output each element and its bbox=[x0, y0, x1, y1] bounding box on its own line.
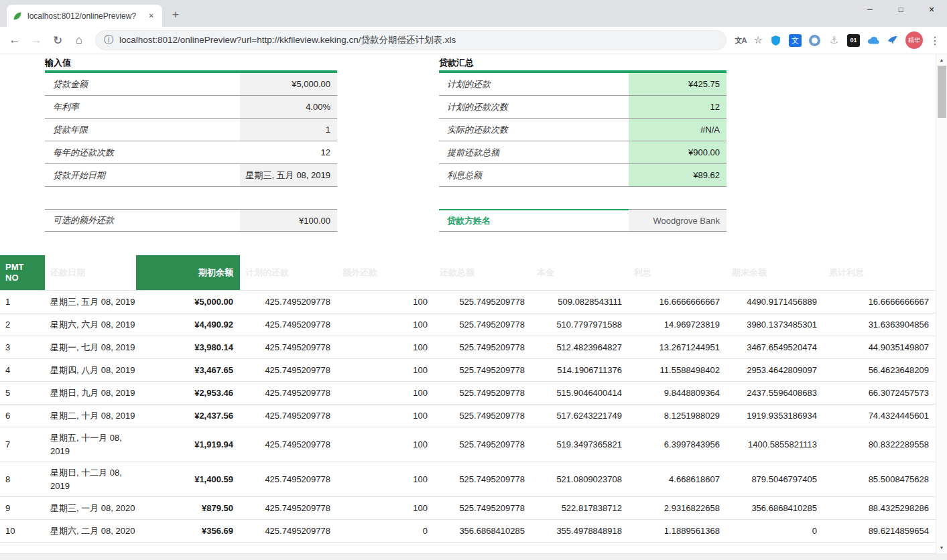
cell-interest: 13.2671244951 bbox=[629, 338, 727, 356]
scroll-up-icon[interactable]: ▲ bbox=[936, 54, 947, 66]
translate-icon[interactable]: 文A bbox=[735, 34, 747, 47]
table-row: 2 星期六, 六月 08, 2019 ¥4,490.92 425.7495209… bbox=[0, 313, 936, 336]
table-row: 3 星期一, 七月 08, 2019 ¥3,980.14 425.7495209… bbox=[0, 336, 936, 359]
header-interest: 利息 bbox=[629, 255, 727, 290]
cell-total-payment: 525.7495209778 bbox=[434, 338, 531, 356]
input-label: 贷款开始日期 bbox=[45, 164, 240, 186]
cloud-extension-icon[interactable] bbox=[867, 34, 879, 47]
table-header-row: PMT NO 还款日期 期初余额 计划的还款 额外还款 还款总额 本金 利息 期… bbox=[0, 255, 936, 290]
cell-principal: 509.0828543111 bbox=[531, 293, 629, 311]
summary-label: 计划的还款 bbox=[439, 73, 629, 95]
input-section-title: 输入值 bbox=[45, 57, 337, 68]
page-info-icon[interactable]: ⓘ bbox=[104, 34, 113, 46]
cell-extra-payment: 100 bbox=[337, 338, 434, 356]
window-controls: ─ □ ✕ bbox=[855, 0, 947, 19]
table-row: 5 星期日, 九月 08, 2019 ¥2,953.46 425.7495209… bbox=[0, 382, 936, 405]
bookmark-star-icon[interactable]: ☆ bbox=[754, 34, 763, 46]
lender-value: Woodgrove Bank bbox=[629, 209, 727, 231]
cell-interest: 14.969723819 bbox=[629, 316, 727, 334]
tab-title: localhost:8012/onlinePreview? bbox=[27, 11, 141, 21]
cell-payment-date: 星期二, 十月 08, 2019 bbox=[45, 405, 136, 427]
input-value: 星期三, 五月 08, 2019 bbox=[240, 164, 337, 186]
header-cumulative-interest: 累计利息 bbox=[824, 255, 936, 290]
cell-scheduled-payment: 425.7495209778 bbox=[240, 407, 337, 425]
cell-total-payment: 525.7495209778 bbox=[434, 293, 531, 311]
cell-ending-balance: 3980.1373485301 bbox=[727, 316, 824, 334]
shield-extension-icon[interactable] bbox=[769, 34, 782, 47]
cell-cumulative-interest: 88.4325298286 bbox=[824, 499, 936, 517]
header-total-payment: 还款总额 bbox=[434, 255, 531, 290]
cell-payment-date: 星期日, 九月 08, 2019 bbox=[45, 382, 136, 404]
cell-beginning-balance: ¥4,490.92 bbox=[136, 316, 240, 334]
menu-kebab-icon[interactable]: ⋮ bbox=[930, 34, 940, 47]
refresh-icon[interactable]: ↻ bbox=[48, 31, 67, 50]
cell-pmt-no: 7 bbox=[0, 435, 45, 453]
summary-rows: 计划的还款 ¥425.75 计划的还款次数 12 实际的还款次数 #N/A bbox=[439, 73, 727, 187]
maximize-button[interactable]: □ bbox=[885, 0, 916, 19]
cell-payment-date: 星期六, 六月 08, 2019 bbox=[45, 314, 136, 336]
translate-extension-icon[interactable]: 文 bbox=[789, 34, 802, 47]
window-close-button[interactable]: ✕ bbox=[916, 0, 947, 19]
cell-principal: 514.1906711376 bbox=[531, 361, 629, 379]
table-row: 7 星期五, 十一月 08, 2019 ¥1,919.94 425.749520… bbox=[0, 427, 936, 462]
tab-close-icon[interactable]: ✕ bbox=[146, 11, 157, 21]
summary-value: 12 bbox=[629, 96, 727, 118]
cell-pmt-no: 2 bbox=[0, 316, 45, 334]
spreadsheet-preview: 输入值 贷款金额 ¥5,000.00 年利率 4.00% bbox=[0, 54, 936, 553]
cell-extra-payment: 100 bbox=[337, 293, 434, 311]
cell-total-payment: 525.7495209778 bbox=[434, 407, 531, 425]
cell-scheduled-payment: 425.7495209778 bbox=[240, 435, 337, 453]
cell-beginning-balance: ¥3,467.65 bbox=[136, 361, 240, 379]
summary-value: #N/A bbox=[629, 119, 727, 141]
cell-pmt-no: 3 bbox=[0, 338, 45, 356]
table-body: 1 星期三, 五月 08, 2019 ¥5,000.00 425.7495209… bbox=[0, 290, 936, 543]
back-icon[interactable]: ← bbox=[5, 31, 24, 50]
input-value: ¥5,000.00 bbox=[240, 73, 337, 95]
input-label: 年利率 bbox=[45, 96, 240, 118]
cell-cumulative-interest: 74.4324445601 bbox=[824, 407, 936, 425]
cell-cumulative-interest: 56.4623648209 bbox=[824, 361, 936, 379]
anchor-extension-icon[interactable]: ⚓ bbox=[828, 34, 840, 47]
minimize-button[interactable]: ─ bbox=[855, 0, 885, 19]
input-section: 输入值 贷款金额 ¥5,000.00 年利率 4.00% bbox=[45, 57, 337, 232]
forward-icon[interactable]: → bbox=[27, 31, 46, 50]
cell-extra-payment: 100 bbox=[337, 384, 434, 402]
cell-payment-date: 星期五, 十一月 08, 2019 bbox=[45, 427, 136, 462]
horizontal-scrollbar[interactable] bbox=[0, 553, 936, 560]
summary-row: 实际的还款次数 #N/A bbox=[439, 119, 727, 141]
home-icon[interactable]: ⌂ bbox=[70, 31, 88, 50]
cell-cumulative-interest: 31.6363904856 bbox=[824, 316, 936, 334]
cell-ending-balance: 2953.4642809097 bbox=[727, 361, 824, 379]
cell-interest: 4.668618607 bbox=[629, 470, 727, 488]
badge-extension-icon[interactable]: 01 bbox=[847, 34, 860, 47]
cell-scheduled-payment: 425.7495209778 bbox=[240, 522, 337, 540]
scrollbar-corner bbox=[936, 553, 947, 560]
input-row: 每年的还款次数 12 bbox=[45, 141, 337, 164]
input-value: 1 bbox=[240, 119, 337, 141]
address-bar[interactable]: ⓘ localhost:8012/onlinePreview?url=http:… bbox=[95, 30, 727, 50]
cell-extra-payment: 100 bbox=[337, 470, 434, 488]
cell-ending-balance: 356.6868410285 bbox=[727, 499, 824, 517]
vertical-scrollbar-thumb[interactable] bbox=[938, 66, 946, 118]
lender-label: 贷款方姓名 bbox=[439, 209, 629, 231]
cell-scheduled-payment: 425.7495209778 bbox=[240, 499, 337, 517]
input-row: 贷款金额 ¥5,000.00 bbox=[45, 73, 337, 96]
cell-interest: 2.9316822658 bbox=[629, 499, 727, 517]
browser-tab[interactable]: localhost:8012/onlinePreview? ✕ bbox=[7, 5, 162, 27]
cell-total-payment: 525.7495209778 bbox=[434, 384, 531, 402]
cell-pmt-no: 9 bbox=[0, 499, 45, 517]
scroll-down-icon[interactable]: ▼ bbox=[936, 542, 947, 553]
summary-value: ¥89.62 bbox=[629, 164, 727, 186]
header-scheduled-payment: 计划的还款 bbox=[240, 255, 337, 290]
profile-avatar[interactable]: 精华 bbox=[905, 31, 923, 49]
cell-pmt-no: 8 bbox=[0, 470, 45, 488]
cell-interest: 9.8448809364 bbox=[629, 384, 727, 402]
cell-payment-date: 星期三, 一月 08, 2020 bbox=[45, 498, 136, 519]
vertical-scrollbar[interactable]: ▲ ▼ bbox=[936, 54, 947, 553]
circle-extension-icon[interactable] bbox=[808, 34, 821, 47]
new-tab-button[interactable]: + bbox=[166, 5, 185, 24]
bird-extension-icon[interactable] bbox=[886, 34, 899, 47]
url-text[interactable]: localhost:8012/onlinePreview?url=http://… bbox=[119, 34, 456, 46]
cell-payment-date: 星期六, 二月 08, 2020 bbox=[45, 520, 136, 542]
table-row: 4 星期四, 八月 08, 2019 ¥3,467.65 425.7495209… bbox=[0, 359, 936, 382]
